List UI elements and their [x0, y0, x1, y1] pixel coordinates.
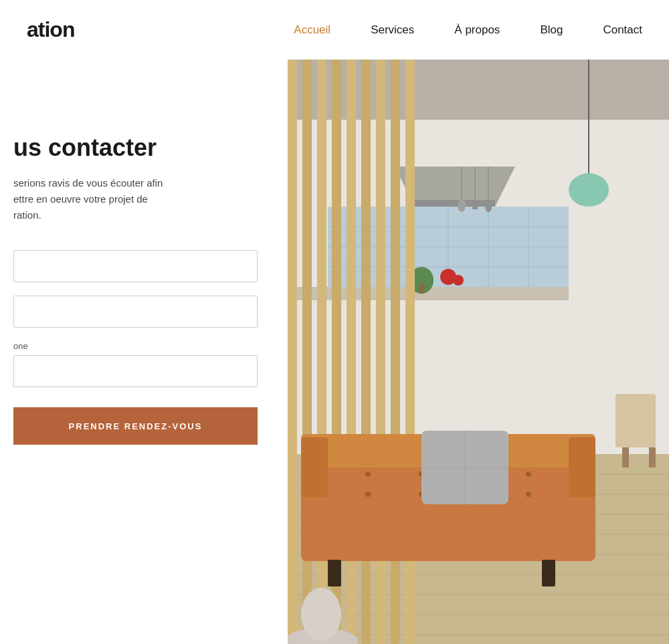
svg-rect-64: [622, 447, 629, 467]
svg-rect-63: [615, 394, 656, 447]
contact-title: us contacter: [13, 133, 258, 162]
nav-contact[interactable]: Contact: [603, 23, 642, 37]
name-input[interactable]: [13, 250, 258, 282]
svg-rect-13: [415, 200, 495, 207]
svg-point-49: [365, 492, 371, 497]
svg-rect-16: [419, 284, 424, 294]
svg-point-24: [485, 201, 492, 212]
svg-rect-22: [472, 200, 478, 209]
svg-rect-46: [301, 437, 328, 498]
nav-services[interactable]: Services: [371, 23, 414, 37]
svg-point-20: [458, 199, 466, 212]
svg-rect-65: [649, 447, 656, 467]
main-nav: Accueil Services À propos Blog Contact: [294, 23, 642, 37]
svg-rect-1: [288, 60, 669, 120]
nav-apropos[interactable]: À propos: [454, 23, 500, 37]
svg-rect-57: [542, 560, 555, 586]
svg-rect-47: [569, 437, 595, 498]
email-field-group: [13, 296, 258, 328]
svg-point-18: [453, 275, 464, 286]
name-field-group: [13, 250, 258, 282]
phone-field-group: one: [13, 341, 258, 387]
main-content: us contacter serions ravis de vous écout…: [0, 60, 669, 644]
nav-blog[interactable]: Blog: [540, 23, 563, 37]
contact-description: serions ravis de vous écouter afinettre …: [13, 175, 258, 223]
svg-rect-67: [301, 588, 341, 641]
svg-rect-35: [288, 60, 297, 644]
svg-point-48: [365, 471, 371, 477]
svg-point-55: [526, 492, 531, 497]
submit-button[interactable]: PRENDRE RENDEZ-VOUS: [13, 407, 258, 445]
contact-card: us contacter serions ravis de vous écout…: [0, 100, 288, 608]
header: ation Accueil Services À propos Blog Con…: [0, 0, 669, 60]
svg-point-54: [526, 471, 531, 477]
email-input[interactable]: [13, 296, 258, 328]
hero-image: [288, 60, 669, 644]
logo: ation: [27, 17, 74, 42]
svg-point-62: [569, 173, 609, 207]
nav-accueil[interactable]: Accueil: [294, 23, 330, 37]
svg-rect-56: [328, 560, 341, 586]
phone-label: one: [13, 341, 258, 351]
phone-input[interactable]: [13, 355, 258, 387]
